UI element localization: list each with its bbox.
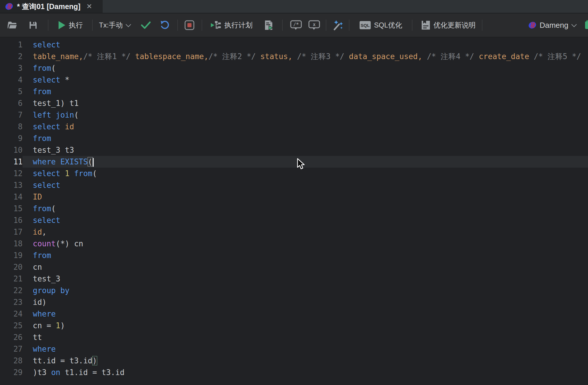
- connection-selector[interactable]: Dameng: [528, 21, 575, 30]
- tx-mode-dropdown[interactable]: Tx:手动: [99, 20, 129, 30]
- uncomment-glyph: x: [313, 22, 316, 27]
- code-line[interactable]: 3from(: [0, 62, 588, 74]
- line-number: 25: [0, 320, 23, 331]
- open-folder-icon: [8, 21, 18, 30]
- code-line[interactable]: 1select: [0, 39, 588, 51]
- editor-tab[interactable]: * 查询01 [Dameng] ✕: [0, 0, 102, 13]
- toolbar-separator: [202, 20, 202, 31]
- comment-bubble-icon: /*: [290, 20, 302, 30]
- stop-button[interactable]: [184, 20, 195, 30]
- toolbar-separator: [482, 20, 482, 31]
- code-line-text: select: [23, 179, 588, 191]
- tab-close-icon[interactable]: ✕: [86, 3, 92, 10]
- code-line[interactable]: 19from: [0, 250, 588, 261]
- code-line[interactable]: 14ID: [0, 191, 588, 203]
- line-number: 26: [0, 331, 23, 343]
- toolbar-separator: [349, 20, 349, 31]
- optimize-notes-button[interactable]: 优化更新说明: [421, 20, 476, 30]
- line-number: 21: [0, 273, 23, 285]
- code-line[interactable]: 20cn: [0, 261, 588, 273]
- code-line[interactable]: 8select id: [0, 121, 588, 133]
- code-line[interactable]: 27where: [0, 343, 588, 355]
- code-line-text: tt.id = t3.id): [23, 355, 588, 367]
- line-number: 15: [0, 203, 23, 214]
- code-line[interactable]: 7left join(: [0, 109, 588, 121]
- execute-button[interactable]: 执行: [58, 20, 83, 30]
- code-line[interactable]: 13select: [0, 179, 588, 191]
- open-file-button[interactable]: [8, 21, 18, 30]
- line-number: 17: [0, 226, 23, 238]
- code-line[interactable]: 15from(: [0, 203, 588, 214]
- code-line-text: where: [23, 343, 588, 355]
- code-line-text: from: [23, 86, 588, 97]
- execution-plan-icon: [210, 20, 221, 30]
- code-line-text: test_3 t3: [23, 144, 588, 156]
- connect-button[interactable]: [584, 20, 588, 30]
- line-number: 28: [0, 355, 23, 367]
- code-line-text: cn = 1): [23, 320, 588, 331]
- code-line[interactable]: 17id,: [0, 226, 588, 238]
- toolbar-separator: [326, 20, 326, 31]
- chevron-down-icon: [571, 22, 577, 27]
- toolbar-separator: [412, 20, 412, 31]
- line-number: 8: [0, 121, 23, 133]
- notes-save-icon: [421, 20, 430, 30]
- tab-bar: * 查询01 [Dameng] ✕: [0, 0, 588, 13]
- comment-button[interactable]: /*: [290, 20, 302, 30]
- toolbar-separator: [92, 20, 93, 31]
- main-toolbar: 执行 Tx:手动: [0, 13, 588, 37]
- database-connect-icon: [584, 20, 588, 30]
- code-line[interactable]: 5from: [0, 86, 588, 97]
- code-line[interactable]: 6test_1) t1: [0, 97, 588, 109]
- check-icon: [141, 21, 151, 30]
- commit-button[interactable]: [141, 21, 151, 30]
- code-line[interactable]: 21test_3: [0, 273, 588, 285]
- code-line[interactable]: 2table_name,/* 注释1 */ tablespace_name,/*…: [0, 51, 588, 62]
- line-number: 9: [0, 133, 23, 144]
- code-line-text: test_3: [23, 273, 588, 285]
- code-line-text: select: [23, 39, 588, 51]
- run-script-button[interactable]: [264, 20, 274, 30]
- sql-optimize-button[interactable]: SQL SQL优化: [359, 20, 402, 30]
- code-line[interactable]: 4select *: [0, 74, 588, 86]
- code-area: 1select2table_name,/* 注释1 */ tablespace_…: [0, 39, 588, 378]
- code-line[interactable]: 24where: [0, 308, 588, 320]
- run-icon: [58, 20, 66, 30]
- code-line-text: )t3 on t1.id = t3.id: [23, 367, 588, 378]
- dameng-logo-icon: [528, 21, 537, 29]
- code-line[interactable]: 22group by: [0, 285, 588, 296]
- uncomment-button[interactable]: x: [308, 20, 320, 30]
- line-number: 16: [0, 214, 23, 226]
- code-line[interactable]: 23id): [0, 296, 588, 308]
- code-line-text: tt: [23, 331, 588, 343]
- code-line[interactable]: 26tt: [0, 331, 588, 343]
- rollback-button[interactable]: [160, 20, 170, 30]
- code-line-text: select *: [23, 74, 588, 86]
- format-button[interactable]: [332, 20, 344, 31]
- tab-title: * 查询01 [Dameng]: [17, 2, 81, 11]
- line-number: 3: [0, 62, 23, 74]
- code-line[interactable]: 29)t3 on t1.id = t3.id: [0, 367, 588, 378]
- code-line-text: select: [23, 214, 588, 226]
- explain-plan-button[interactable]: 执行计划: [210, 20, 252, 30]
- code-line[interactable]: 12select 1 from(: [0, 168, 588, 179]
- connection-label: Dameng: [540, 21, 568, 30]
- line-number: 23: [0, 296, 23, 308]
- code-line-text: group by: [23, 285, 588, 296]
- line-number: 12: [0, 168, 23, 179]
- sql-editor[interactable]: 1select2table_name,/* 注释1 */ tablespace_…: [0, 38, 588, 385]
- code-line[interactable]: 25cn = 1): [0, 320, 588, 331]
- code-line-text: select id: [23, 121, 588, 133]
- line-number: 19: [0, 250, 23, 261]
- line-number: 13: [0, 179, 23, 191]
- code-line[interactable]: 28tt.id = t3.id): [0, 355, 588, 367]
- code-line[interactable]: 18count(*) cn: [0, 238, 588, 250]
- save-button[interactable]: [29, 21, 37, 30]
- code-line[interactable]: 10test_3 t3: [0, 144, 588, 156]
- line-number: 10: [0, 144, 23, 156]
- comment-glyph: /*: [293, 22, 299, 27]
- code-line[interactable]: 9from: [0, 133, 588, 144]
- code-line[interactable]: 16select: [0, 214, 588, 226]
- dameng-logo-icon: [5, 2, 13, 11]
- code-line[interactable]: 11where EXISTS(: [0, 156, 588, 168]
